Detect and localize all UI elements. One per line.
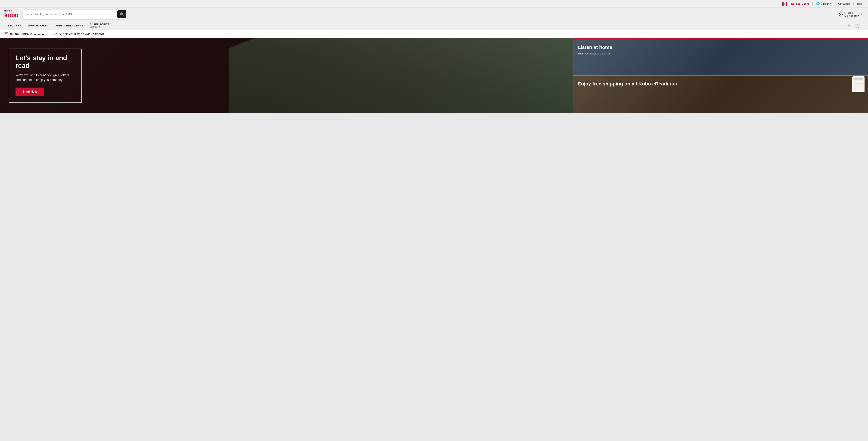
audiobooks-label: AUDIOBOOKS <box>28 24 46 27</box>
cart-chevron-icon: ▾ <box>861 24 862 27</box>
account-text: Hi, John My Account <box>844 11 859 17</box>
panel-1-content: Listen at home Your first audiobook is o… <box>573 39 868 60</box>
account-area[interactable]: ⊙ Hi, John My Account ▾ <box>838 11 862 18</box>
canada-flag-icon: 🍁 <box>782 2 787 6</box>
banner-people-image <box>229 38 573 113</box>
panel-1-title: Listen at home <box>578 44 863 50</box>
globe-icon: 🌐 <box>816 2 820 6</box>
super-points-label: SUPER POINTS ▾ <box>90 23 112 26</box>
recommendations-prefix: John, see your <box>54 33 77 35</box>
language-selector[interactable]: 🌐 English ▾ <box>816 2 831 6</box>
divider-2: | <box>834 2 835 6</box>
ereader-line-5 <box>854 82 863 82</box>
language-label: English <box>820 2 829 5</box>
side-panel-audiobook: Listen at home Your first audiobook is o… <box>573 38 868 75</box>
super-points-chevron-icon: ▾ <box>110 23 112 26</box>
deals-bar-divider <box>50 32 50 36</box>
search-icon: 🔍 <box>120 12 124 17</box>
hero-section: Let's stay in and read We're working to … <box>0 38 868 113</box>
my-account-label: My Account <box>844 14 859 17</box>
svg-text:🍁: 🍁 <box>784 3 786 5</box>
ereader-line-3 <box>854 80 863 81</box>
panel-2-content[interactable]: Enjoy free shipping on all Kobo eReaders… <box>573 76 868 94</box>
divider-3: | <box>853 2 854 6</box>
apps-ereaders-chevron-icon: ▾ <box>82 25 83 27</box>
main-banner: Let's stay in and read We're working to … <box>0 38 573 113</box>
heart-icon: ♡ <box>848 23 851 28</box>
panel-2-title: Enjoy free shipping on all Kobo eReaders… <box>578 81 863 87</box>
search-container: 🔍 <box>23 9 127 19</box>
recommendations-keyword: RECOMMENDATIONS <box>77 33 104 35</box>
language-chevron-icon: ▾ <box>830 3 831 5</box>
nav-bar: eBOOKS ▾ AUDIOBOOKS ▾ APPS & eREADERS ▾ … <box>0 21 868 30</box>
search-input[interactable] <box>25 11 117 18</box>
banner-content: Let's stay in and read We're working to … <box>0 38 91 113</box>
top-utility-bar: 🍁 Get $15, John! | 🌐 English ▾ | Gift Ca… <box>0 0 868 8</box>
svg-rect-0 <box>782 2 783 6</box>
account-icon: ⊙ <box>838 11 843 18</box>
side-panel-ereader: Enjoy free shipping on all Kobo eReaders… <box>573 76 868 113</box>
deals-flag-icon: 🚩 <box>4 32 8 36</box>
search-button[interactable]: 🔍 <box>117 10 126 18</box>
ereader-line-4 <box>854 81 863 81</box>
ebooks-label: eBOOKS <box>8 24 19 27</box>
cart-button[interactable]: 🛒 ▾ <box>855 23 862 28</box>
gift-cards-link[interactable]: Gift Cards <box>838 2 850 5</box>
nav-right: ♡ 🛒 ▾ <box>848 23 864 28</box>
svg-rect-2 <box>786 2 787 6</box>
ereader-screen <box>853 77 864 91</box>
wishlist-button[interactable]: ♡ <box>848 23 851 28</box>
nav-item-ebooks[interactable]: eBOOKS ▾ <box>4 21 25 30</box>
panel-1-arrow-icon: › <box>612 52 612 55</box>
ereader-line-6 <box>854 83 863 83</box>
shop-now-button[interactable]: Shop Now <box>16 88 44 96</box>
ereader-line-2 <box>854 79 863 80</box>
super-points-balance: Balance: 0 <box>90 26 100 28</box>
deals-bar: 🚩 Get DAILY DEALS and more! John, see yo… <box>0 30 868 38</box>
cart-icon: 🛒 <box>855 23 861 28</box>
apps-ereaders-label: APPS & eREADERS <box>55 24 81 27</box>
promo-link[interactable]: Get $15, John! <box>791 2 809 5</box>
ereader-line-1 <box>854 78 863 78</box>
divider-1: | <box>812 2 813 6</box>
nav-item-audiobooks[interactable]: AUDIOBOOKS ▾ <box>25 21 52 30</box>
audiobooks-chevron-icon: ▾ <box>48 25 48 27</box>
banner-subtitle: We're working to bring you great offers … <box>16 73 75 82</box>
nav-item-apps-ereaders[interactable]: APPS & eREADERS ▾ <box>52 21 86 30</box>
side-panels: Listen at home Your first audiobook is o… <box>573 38 868 113</box>
nav-left: eBOOKS ▾ AUDIOBOOKS ▾ APPS & eREADERS ▾ … <box>4 21 115 30</box>
banner-box: Let's stay in and read We're working to … <box>9 49 82 103</box>
help-link[interactable]: Help <box>857 2 862 5</box>
deals-text[interactable]: Get DAILY DEALS and more! <box>10 33 45 35</box>
ereader-line-7 <box>854 84 863 84</box>
nav-item-super-points[interactable]: SUPER POINTS ▾ Balance: 0 <box>86 21 115 30</box>
rakuten-kobo-logo[interactable]: Rakuten kobo <box>4 9 19 19</box>
ebooks-chevron-icon: ▾ <box>20 25 21 27</box>
account-chevron-icon: ▾ <box>861 13 862 15</box>
logo-kobo-text: kobo <box>4 12 19 18</box>
hi-text: Hi, John <box>844 11 859 14</box>
panel-1-subtitle[interactable]: Your first audiobook is on us › <box>578 52 863 55</box>
main-header: Rakuten kobo 🔍 ⊙ Hi, John My Account ▾ <box>0 8 868 21</box>
ereader-device-image <box>852 76 865 92</box>
banner-title: Let's stay in and read <box>16 54 75 69</box>
recommendations-link[interactable]: John, see your RECOMMENDATIONS <box>54 33 104 35</box>
logo-underline <box>4 19 19 19</box>
